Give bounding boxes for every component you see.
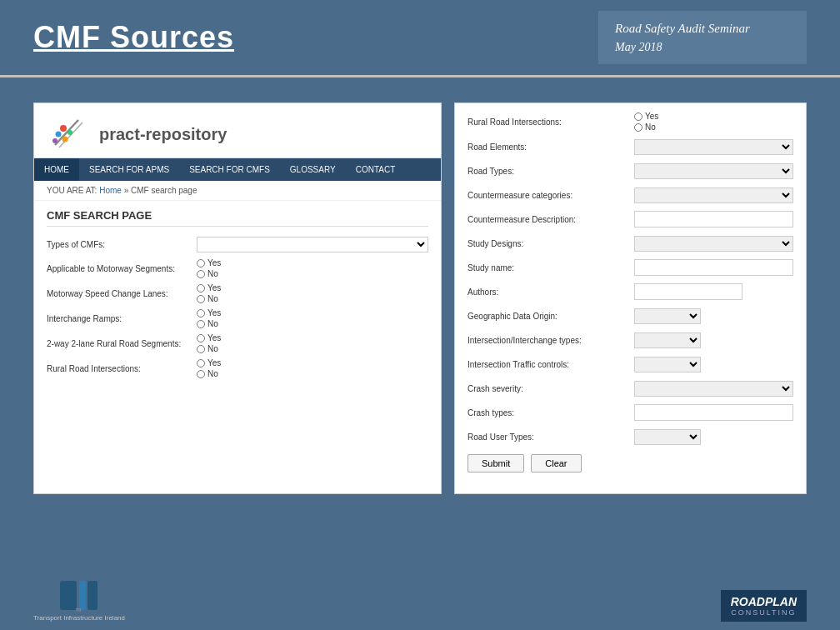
countermeasure-description-label: Countermeasure Description: xyxy=(468,215,634,224)
right-rural-yes[interactable]: Yes xyxy=(634,112,658,121)
crash-severity-select[interactable] xyxy=(634,381,793,397)
study-name-label: Study name: xyxy=(468,263,634,272)
nav-item-home[interactable]: HOME xyxy=(34,158,79,181)
right-rural-yes-radio[interactable] xyxy=(634,112,642,121)
motorway-speed-control: Yes No xyxy=(197,283,428,303)
motorway-speed-no[interactable]: No xyxy=(197,294,221,303)
road-user-types-label: Road User Types: xyxy=(468,432,634,442)
countermeasure-description-row: Countermeasure Description: xyxy=(468,210,793,228)
logo-text: pract-repository xyxy=(99,125,227,144)
countermeasure-description-control xyxy=(634,211,793,228)
study-designs-label: Study Designs: xyxy=(468,239,634,248)
road-user-types-control xyxy=(634,429,793,445)
breadcrumb-separator: » xyxy=(124,186,129,195)
motorway-speed-row: Motorway Speed Change Lanes: Yes No xyxy=(47,283,428,303)
nav-item-search-apms[interactable]: SEARCH FOR APMS xyxy=(79,158,179,181)
geographic-data-origin-control xyxy=(634,308,793,324)
two-lane-rural-control: Yes No xyxy=(197,333,428,353)
logo-area: pract-repository xyxy=(34,103,441,158)
applicable-motorway-control: Yes No xyxy=(197,258,428,278)
intersection-traffic-controls-label: Intersection Traffic controls: xyxy=(468,360,634,369)
crash-severity-label: Crash severity: xyxy=(468,384,634,393)
page-title: CMF Sources xyxy=(33,20,234,55)
subtitle-line2: May 2018 xyxy=(615,38,790,56)
intersection-interchange-types-select[interactable] xyxy=(634,332,701,348)
subtitle-line1: Road Safety Audit Seminar xyxy=(615,19,790,38)
applicable-motorway-no[interactable]: No xyxy=(197,269,221,278)
interchange-ramps-no[interactable]: No xyxy=(197,319,221,328)
countermeasure-categories-select[interactable] xyxy=(634,188,793,203)
motorway-speed-no-radio[interactable] xyxy=(197,295,205,303)
authors-row: Authors: xyxy=(468,282,793,301)
breadcrumb-home[interactable]: Home xyxy=(99,186,122,195)
study-designs-row: Study Designs: xyxy=(468,234,793,252)
tii-logo: TII Transport Infrastructure Ireland xyxy=(33,577,125,622)
study-designs-select[interactable] xyxy=(634,236,793,252)
geographic-data-origin-select[interactable] xyxy=(634,308,701,324)
svg-text:TII: TII xyxy=(77,608,82,612)
rural-road-intersections-row: Rural Road Intersections: Yes No xyxy=(47,358,428,378)
tii-text: Transport Infrastructure Ireland xyxy=(33,614,125,622)
left-form-area: CMF SEARCH PAGE Types of CMFs: Applicabl… xyxy=(34,201,441,392)
header: CMF Sources Road Safety Audit Seminar Ma… xyxy=(0,0,840,75)
two-lane-rural-no[interactable]: No xyxy=(197,344,221,353)
applicable-motorway-yes-radio[interactable] xyxy=(197,259,205,268)
svg-point-3 xyxy=(56,132,62,138)
two-lane-rural-yes[interactable]: Yes xyxy=(197,333,221,342)
intersection-traffic-controls-row: Intersection Traffic controls: xyxy=(468,355,793,373)
types-cmf-control xyxy=(197,237,428,252)
right-rural-no-radio[interactable] xyxy=(634,123,642,132)
authors-control xyxy=(634,283,793,300)
breadcrumb: YOU ARE AT: Home » CMF search page xyxy=(34,181,441,201)
rural-road-intersections-label: Rural Road Intersections: xyxy=(47,364,197,373)
intersection-traffic-controls-select[interactable] xyxy=(634,357,701,372)
road-elements-control xyxy=(634,139,793,155)
rural-road-intersections-control: Yes No xyxy=(197,358,428,378)
left-panel: pract-repository HOME SEARCH FOR APMS SE… xyxy=(33,102,442,494)
right-rural-intersections-control: Yes No xyxy=(634,112,793,132)
applicable-motorway-yes[interactable]: Yes xyxy=(197,258,221,268)
svg-point-6 xyxy=(52,138,58,143)
types-cmf-select[interactable] xyxy=(197,237,428,252)
header-subtitle: Road Safety Audit Seminar May 2018 xyxy=(598,11,807,64)
rural-road-intersections-yes-radio[interactable] xyxy=(197,359,205,368)
rural-road-intersections-yes[interactable]: Yes xyxy=(197,358,221,368)
authors-input[interactable] xyxy=(634,283,742,300)
road-elements-select[interactable] xyxy=(634,139,793,155)
nav-item-glossary[interactable]: GLOSSARY xyxy=(280,158,346,181)
right-rural-no[interactable]: No xyxy=(634,122,658,132)
interchange-ramps-yes-radio[interactable] xyxy=(197,309,205,318)
main-content: pract-repository HOME SEARCH FOR APMS SE… xyxy=(0,86,840,511)
two-lane-rural-no-radio[interactable] xyxy=(197,345,205,353)
right-rural-intersections-radio-group: Yes No xyxy=(634,112,658,132)
crash-severity-row: Crash severity: xyxy=(468,379,793,398)
study-name-input[interactable] xyxy=(634,259,793,276)
intersection-interchange-types-control xyxy=(634,332,793,348)
rural-road-intersections-no-radio[interactable] xyxy=(197,370,205,378)
rural-road-intersections-no[interactable]: No xyxy=(197,369,221,378)
motorway-speed-yes-radio[interactable] xyxy=(197,284,205,292)
applicable-motorway-no-radio[interactable] xyxy=(197,270,205,278)
clear-button[interactable]: Clear xyxy=(531,454,581,472)
btn-row: Submit Clear xyxy=(468,454,793,472)
road-user-types-select[interactable] xyxy=(634,429,701,445)
types-cmf-row: Types of CMFs: xyxy=(47,235,428,253)
two-lane-rural-yes-radio[interactable] xyxy=(197,334,205,342)
applicable-motorway-row: Applicable to Motorway Segments: Yes No xyxy=(47,258,428,278)
svg-point-4 xyxy=(68,130,72,135)
crash-severity-control xyxy=(634,381,793,397)
rural-road-intersections-radio-group: Yes No xyxy=(197,358,221,378)
applicable-motorway-label: Applicable to Motorway Segments: xyxy=(47,264,197,273)
motorway-speed-yes[interactable]: Yes xyxy=(197,283,221,292)
road-user-types-row: Road User Types: xyxy=(468,428,793,446)
two-lane-rural-label: 2-way 2-lane Rural Road Segments: xyxy=(47,339,197,348)
submit-button[interactable]: Submit xyxy=(468,454,524,472)
countermeasure-description-input[interactable] xyxy=(634,211,793,228)
nav-item-contact[interactable]: CONTACT xyxy=(346,158,406,181)
crash-types-row: Crash types: xyxy=(468,403,793,422)
road-types-select[interactable] xyxy=(634,163,793,179)
nav-item-search-cmfs[interactable]: SEARCH FOR CMFS xyxy=(179,158,280,181)
interchange-ramps-yes[interactable]: Yes xyxy=(197,308,221,318)
crash-types-input[interactable] xyxy=(634,404,793,421)
interchange-ramps-no-radio[interactable] xyxy=(197,320,205,328)
